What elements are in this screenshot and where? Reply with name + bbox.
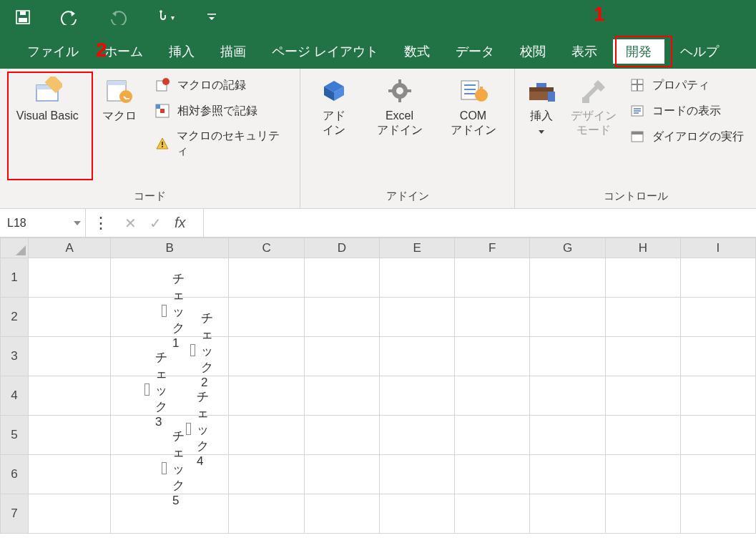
cell[interactable] bbox=[530, 416, 605, 455]
cell[interactable] bbox=[455, 376, 530, 416]
cell[interactable] bbox=[304, 416, 379, 455]
cell[interactable] bbox=[680, 258, 755, 298]
insert-control-button[interactable]: 挿入 bbox=[522, 73, 561, 185]
checkbox-icon[interactable] bbox=[162, 462, 167, 474]
cell[interactable] bbox=[229, 455, 304, 494]
cell[interactable] bbox=[530, 494, 605, 534]
column-header[interactable]: I bbox=[680, 238, 755, 258]
undo-button[interactable] bbox=[60, 7, 80, 27]
design-mode-button[interactable]: デザインモード bbox=[566, 73, 621, 185]
row-header[interactable]: 3 bbox=[1, 337, 29, 376]
column-header[interactable]: D bbox=[304, 238, 379, 258]
cell[interactable] bbox=[379, 258, 454, 298]
column-header[interactable]: H bbox=[605, 238, 680, 258]
cell[interactable] bbox=[379, 494, 454, 534]
cell[interactable] bbox=[455, 455, 530, 494]
cell[interactable] bbox=[530, 298, 605, 337]
row-header[interactable]: 1 bbox=[1, 258, 29, 298]
cell[interactable] bbox=[605, 298, 680, 337]
cell[interactable] bbox=[379, 298, 454, 337]
enter-icon[interactable]: ✓ bbox=[149, 215, 162, 232]
cell[interactable] bbox=[605, 494, 680, 534]
macros-button[interactable]: マクロ bbox=[94, 73, 146, 185]
tab-insert[interactable]: 挿入 bbox=[156, 39, 207, 64]
cell[interactable] bbox=[680, 376, 755, 416]
cell[interactable] bbox=[229, 376, 304, 416]
tab-file[interactable]: ファイル bbox=[14, 39, 92, 64]
cell[interactable] bbox=[29, 494, 111, 534]
column-header[interactable]: E bbox=[379, 238, 454, 258]
cell[interactable] bbox=[229, 258, 304, 298]
checkbox-icon[interactable] bbox=[190, 344, 195, 356]
cell[interactable] bbox=[455, 337, 530, 376]
tab-home[interactable]: ホーム bbox=[92, 39, 156, 64]
properties-button[interactable]: プロパティ bbox=[627, 77, 747, 93]
cell[interactable] bbox=[29, 416, 111, 455]
row-header[interactable]: 4 bbox=[1, 376, 29, 416]
cell[interactable] bbox=[29, 337, 111, 376]
cell[interactable] bbox=[605, 337, 680, 376]
cell[interactable] bbox=[304, 455, 379, 494]
cell[interactable] bbox=[379, 376, 454, 416]
select-all-corner[interactable] bbox=[1, 238, 29, 258]
column-header[interactable]: A bbox=[29, 238, 111, 258]
cell[interactable] bbox=[29, 455, 111, 494]
cell[interactable] bbox=[304, 494, 379, 534]
cell[interactable] bbox=[229, 337, 304, 376]
cell[interactable] bbox=[680, 455, 755, 494]
macro-security-button[interactable]: マクロのセキュリティ bbox=[152, 129, 293, 159]
row-header[interactable]: 6 bbox=[1, 455, 29, 494]
form-checkbox[interactable]: チェック 5 bbox=[162, 428, 192, 508]
form-checkbox[interactable]: チェック 2 bbox=[190, 310, 220, 390]
row-header[interactable]: 2 bbox=[1, 298, 29, 337]
run-dialog-button[interactable]: ダイアログの実行 bbox=[627, 129, 747, 145]
tab-data[interactable]: データ bbox=[443, 39, 507, 64]
cell[interactable] bbox=[379, 337, 454, 376]
tab-page-layout[interactable]: ページ レイアウト bbox=[259, 39, 391, 64]
checkbox-icon[interactable] bbox=[144, 383, 149, 396]
column-header[interactable]: B bbox=[111, 238, 229, 258]
column-header[interactable]: F bbox=[455, 238, 530, 258]
customize-qat-button[interactable] bbox=[202, 7, 222, 27]
checkbox-icon[interactable] bbox=[162, 305, 167, 317]
cell[interactable] bbox=[605, 376, 680, 416]
cell[interactable] bbox=[530, 376, 605, 416]
cell[interactable] bbox=[605, 258, 680, 298]
fx-icon[interactable]: fx bbox=[175, 215, 186, 231]
cancel-icon[interactable]: ✕ bbox=[124, 215, 137, 232]
redo-button[interactable] bbox=[107, 7, 127, 27]
com-addins-button[interactable]: COMアドイン bbox=[446, 73, 501, 185]
relative-reference-button[interactable]: 相対参照で記録 bbox=[152, 103, 293, 119]
spreadsheet-grid[interactable]: ABCDEFGHI1234567 チェック 1チェック 2チェック 3チェック … bbox=[0, 238, 756, 534]
cell[interactable] bbox=[304, 298, 379, 337]
record-macro-button[interactable]: マクロの記録 bbox=[152, 77, 293, 93]
column-header[interactable]: G bbox=[530, 238, 605, 258]
cell[interactable] bbox=[680, 416, 755, 455]
tab-help[interactable]: ヘルプ bbox=[667, 39, 732, 64]
cell[interactable] bbox=[304, 258, 379, 298]
save-button[interactable] bbox=[13, 7, 33, 27]
tab-draw[interactable]: 描画 bbox=[207, 39, 259, 64]
row-header[interactable]: 5 bbox=[1, 416, 29, 455]
cell[interactable] bbox=[455, 298, 530, 337]
cell[interactable] bbox=[530, 337, 605, 376]
column-header[interactable]: C bbox=[229, 238, 304, 258]
excel-addins-button[interactable]: Excelアドイン bbox=[373, 73, 427, 185]
cell[interactable] bbox=[379, 416, 454, 455]
tab-view[interactable]: 表示 bbox=[559, 39, 610, 64]
cell[interactable] bbox=[379, 455, 454, 494]
cell[interactable] bbox=[29, 376, 111, 416]
cell[interactable] bbox=[605, 416, 680, 455]
row-header[interactable]: 7 bbox=[1, 494, 29, 534]
cell[interactable] bbox=[455, 416, 530, 455]
form-checkbox[interactable]: チェック 1 bbox=[162, 270, 192, 351]
cell[interactable] bbox=[229, 416, 304, 455]
view-code-button[interactable]: コードの表示 bbox=[627, 103, 747, 119]
tab-review[interactable]: 校閲 bbox=[507, 39, 559, 64]
cell[interactable] bbox=[304, 337, 379, 376]
cell[interactable] bbox=[455, 494, 530, 534]
cell[interactable] bbox=[680, 494, 755, 534]
visual-basic-button[interactable]: Visual Basic bbox=[7, 73, 88, 185]
cell[interactable] bbox=[680, 298, 755, 337]
name-box[interactable]: L18 bbox=[0, 209, 86, 237]
